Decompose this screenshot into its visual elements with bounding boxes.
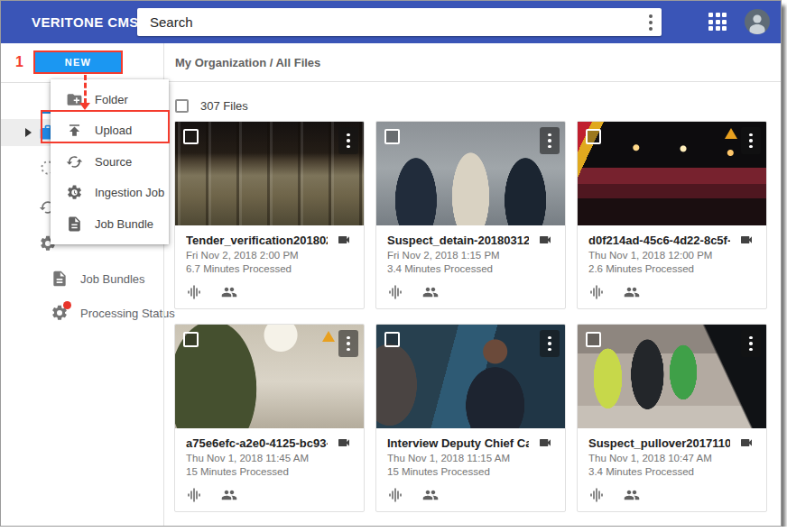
annotation-new-highlight: NEW: [33, 50, 123, 74]
file-processed: 15 Minutes Processed: [387, 466, 554, 477]
annotation-arrow: [84, 75, 87, 104]
face-detection-icon[interactable]: [221, 284, 237, 300]
annotation-step-label: 1: [15, 54, 23, 70]
gear-clock-icon: [66, 184, 83, 201]
video-thumbnail[interactable]: [578, 122, 766, 225]
file-card[interactable]: Suspect_pullover20171108.mp4 Thu Nov 1, …: [577, 324, 767, 512]
face-detection-icon[interactable]: [422, 487, 439, 503]
face-detection-icon[interactable]: [221, 487, 237, 503]
file-card[interactable]: Tender_verification20180216.mp4 Fri Nov …: [174, 121, 365, 309]
file-title[interactable]: a75e6efc-a2e0-4125-bc93-b53ec8...: [186, 436, 328, 450]
card-menu-kebab-icon[interactable]: [741, 127, 761, 154]
new-button[interactable]: NEW: [35, 52, 121, 72]
breadcrumb[interactable]: My Organization / All Files: [175, 56, 320, 69]
card-info: Suspect_pullover20171108.mp4 Thu Nov 1, …: [578, 428, 766, 503]
app-window: VERITONE CMS Search 1 NEW: [0, 0, 782, 527]
sidebar-item-label: Processing Status: [80, 307, 175, 320]
audio-waveform-icon[interactable]: [588, 284, 605, 300]
face-detection-icon[interactable]: [422, 284, 439, 300]
file-title[interactable]: Tender_verification20180216.mp4: [186, 234, 328, 247]
card-info: d0f214ad-45c6-4d22-8c5f-c00df6... Thu No…: [578, 225, 766, 300]
card-checkbox[interactable]: [586, 129, 601, 144]
main-content: My Organization / All Files 307 Files Te…: [163, 43, 781, 527]
videocam-icon: [737, 233, 755, 247]
file-title[interactable]: Suspect_pullover20171108.mp4: [588, 436, 730, 450]
audio-waveform-icon[interactable]: [186, 284, 202, 300]
file-processed: 15 Minutes Processed: [186, 466, 353, 477]
new-dropdown-menu: Folder Upload Source Ingestion Job Job B…: [51, 79, 169, 244]
apps-grid-icon[interactable]: [708, 13, 728, 32]
audio-waveform-icon[interactable]: [186, 487, 202, 503]
videocam-icon: [335, 233, 353, 247]
audio-waveform-icon[interactable]: [387, 284, 403, 300]
audio-waveform-icon[interactable]: [387, 487, 403, 503]
file-date: Thu Nov 1, 2018 12:00 PM: [588, 250, 755, 261]
file-card[interactable]: d0f214ad-45c6-4d22-8c5f-c00df6... Thu No…: [577, 121, 767, 309]
card-info: Interview Deputy Chief Carmen B... Thu N…: [376, 428, 565, 503]
menu-item-label: Source: [95, 155, 132, 169]
menu-item-label: Upload: [95, 124, 132, 137]
video-thumbnail[interactable]: [175, 122, 364, 225]
audio-waveform-icon[interactable]: [588, 487, 605, 503]
file-processed: 6.7 Minutes Processed: [186, 263, 353, 274]
search-options-kebab-icon[interactable]: [640, 9, 662, 36]
card-menu-kebab-icon[interactable]: [338, 127, 358, 154]
sidebar-item-processing-status[interactable]: Processing Status: [1, 301, 163, 325]
sidebar-item-job-bundles[interactable]: Job Bundles: [1, 267, 163, 290]
user-avatar[interactable]: [745, 9, 770, 34]
card-menu-kebab-icon[interactable]: [540, 330, 560, 357]
file-card[interactable]: Interview Deputy Chief Carmen B... Thu N…: [375, 324, 566, 512]
card-menu-kebab-icon[interactable]: [741, 330, 761, 357]
menu-item-ingestion-job[interactable]: Ingestion Job: [51, 178, 169, 209]
file-count-label: 307 Files: [200, 99, 248, 113]
card-checkbox[interactable]: [183, 129, 199, 144]
file-processed: 3.4 Minutes Processed: [588, 466, 755, 477]
file-title[interactable]: Interview Deputy Chief Carmen B...: [387, 436, 529, 450]
breadcrumb-bar: My Organization / All Files: [164, 43, 781, 82]
face-detection-icon[interactable]: [624, 284, 640, 300]
menu-item-source[interactable]: Source: [51, 146, 169, 178]
face-detection-icon[interactable]: [624, 487, 640, 503]
card-checkbox[interactable]: [384, 129, 400, 144]
file-title[interactable]: d0f214ad-45c6-4d22-8c5f-c00df6...: [588, 234, 730, 247]
file-card[interactable]: Suspect_detain-20180312.mp4 Fri Nov 2, 2…: [375, 121, 566, 309]
card-checkbox[interactable]: [586, 332, 601, 347]
video-thumbnail[interactable]: [376, 325, 565, 428]
file-date: Thu Nov 1, 2018 11:15 AM: [387, 453, 554, 463]
expand-arrow-icon[interactable]: [25, 128, 32, 137]
upload-icon: [66, 122, 83, 139]
card-menu-kebab-icon[interactable]: [540, 127, 560, 154]
file-date: Thu Nov 1, 2018 11:45 AM: [186, 453, 353, 463]
file-title[interactable]: Suspect_detain-20180312.mp4: [387, 234, 529, 247]
file-card[interactable]: a75e6efc-a2e0-4125-bc93-b53ec8... Thu No…: [174, 324, 365, 512]
search-input[interactable]: Search: [137, 8, 662, 36]
menu-item-job-bundle[interactable]: Job Bundle: [51, 208, 169, 240]
videocam-icon: [536, 436, 554, 450]
menu-item-label: Job Bundle: [95, 217, 153, 231]
card-menu-kebab-icon[interactable]: [338, 330, 358, 357]
file-date: Fri Nov 2, 2018 2:00 PM: [186, 250, 353, 261]
document-icon: [51, 270, 69, 288]
file-date: Thu Nov 1, 2018 10:47 AM: [588, 453, 755, 463]
card-info: a75e6efc-a2e0-4125-bc93-b53ec8... Thu No…: [175, 428, 364, 503]
file-card-grid: Tender_verification20180216.mp4 Fri Nov …: [174, 121, 781, 512]
card-checkbox[interactable]: [384, 332, 400, 347]
file-processed: 3.4 Minutes Processed: [387, 263, 554, 274]
menu-item-upload[interactable]: Upload: [51, 115, 169, 147]
video-thumbnail[interactable]: [376, 122, 565, 225]
select-all-checkbox[interactable]: [175, 99, 189, 113]
menu-item-label: Folder: [95, 93, 128, 106]
videocam-icon: [335, 436, 353, 450]
card-checkbox[interactable]: [183, 332, 199, 347]
gear-badge-icon: [51, 304, 69, 322]
videocam-icon: [737, 436, 755, 450]
person-icon: [745, 9, 770, 34]
app-bar: VERITONE CMS Search: [1, 1, 781, 43]
video-thumbnail[interactable]: [578, 325, 766, 428]
status-badge: [63, 301, 71, 309]
menu-item-folder[interactable]: Folder: [51, 84, 169, 115]
source-loop-icon: [66, 153, 83, 170]
video-thumbnail[interactable]: [175, 325, 364, 428]
file-date: Fri Nov 2, 2018 1:15 PM: [387, 250, 554, 261]
app-title: VERITONE CMS: [32, 1, 139, 43]
